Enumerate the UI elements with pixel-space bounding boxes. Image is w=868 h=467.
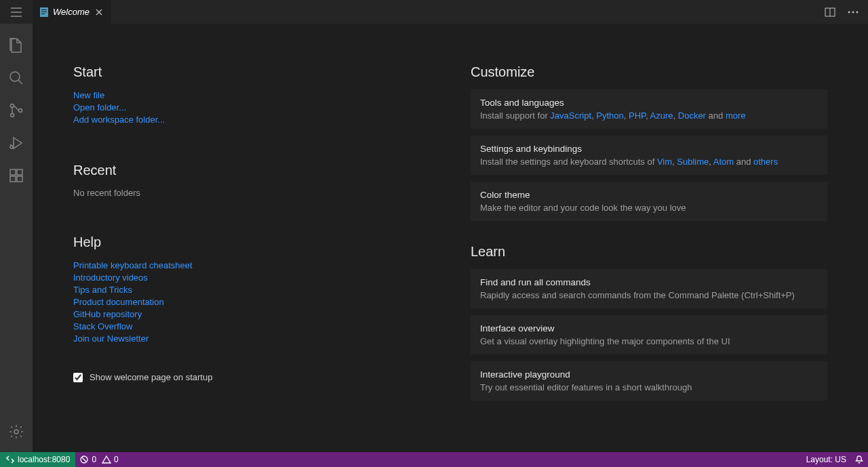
- svg-point-11: [848, 11, 850, 13]
- start-section: Start New file Open folder... Add worksp…: [73, 64, 430, 126]
- warning-count: 0: [114, 455, 119, 464]
- title-actions: [822, 0, 868, 24]
- remote-indicator[interactable]: localhost:8080: [0, 452, 75, 467]
- card-desc: Install support for JavaScript, Python, …: [480, 110, 818, 121]
- lang-azure-link[interactable]: Azure: [650, 110, 673, 121]
- lang-php-link[interactable]: PHP: [629, 110, 646, 121]
- svg-point-14: [10, 72, 20, 81]
- settings-gear-icon[interactable]: [0, 415, 33, 448]
- learn-heading: Learn: [471, 244, 827, 260]
- open-folder-link[interactable]: Open folder...: [73, 102, 430, 114]
- card-title: Interactive playground: [480, 369, 818, 380]
- learn-playground-card[interactable]: Interactive playground Try out essential…: [471, 361, 827, 401]
- help-repo-link[interactable]: GitHub repository: [73, 308, 430, 321]
- desc-prefix: Install the settings and keyboard shortc…: [480, 157, 657, 167]
- layout-label: Layout: US: [806, 455, 846, 464]
- help-tips-link[interactable]: Tips and Tricks: [73, 284, 430, 296]
- customize-keybindings-card[interactable]: Settings and keybindings Install the set…: [471, 136, 827, 175]
- svg-line-15: [18, 80, 22, 84]
- card-desc: Get a visual overlay highlighting the ma…: [480, 336, 818, 346]
- lang-js-link[interactable]: JavaScript: [550, 110, 591, 121]
- activity-bar: [0, 24, 33, 452]
- file-icon: [39, 7, 49, 18]
- recent-heading: Recent: [73, 163, 430, 178]
- lang-docker-link[interactable]: Docker: [678, 110, 706, 121]
- key-sublime-link[interactable]: Sublime: [677, 157, 709, 167]
- svg-rect-23: [17, 176, 22, 182]
- card-title: Settings and keybindings: [480, 144, 818, 154]
- desc-and: and: [706, 110, 726, 121]
- status-bar: localhost:8080 0 0 Layout: US: [0, 452, 868, 467]
- welcome-right-column: Customize Tools and languages Install su…: [471, 64, 827, 407]
- problems-indicator[interactable]: 0 0: [75, 452, 122, 467]
- add-workspace-link[interactable]: Add workspace folder...: [73, 114, 430, 126]
- lang-py-link[interactable]: Python: [596, 110, 623, 121]
- key-atom-link[interactable]: Atom: [713, 157, 734, 167]
- svg-rect-22: [10, 176, 16, 182]
- split-editor-icon[interactable]: [822, 4, 838, 20]
- card-desc: Install the settings and keyboard shortc…: [480, 157, 818, 167]
- show-welcome-checkbox[interactable]: Show welcome page on startup: [73, 372, 430, 382]
- svg-point-20: [10, 146, 13, 148]
- desc-and: and: [734, 157, 753, 167]
- svg-rect-24: [17, 169, 22, 175]
- search-icon[interactable]: [0, 62, 33, 94]
- help-section: Help Printable keyboard cheatsheet Intro…: [73, 235, 430, 345]
- card-desc: Try out essential editor features in a s…: [480, 382, 818, 392]
- desc-prefix: Install support for: [480, 110, 550, 121]
- svg-point-18: [19, 109, 22, 113]
- svg-point-17: [11, 114, 14, 117]
- key-vim-link[interactable]: Vim: [657, 157, 672, 167]
- source-control-icon[interactable]: [0, 94, 33, 127]
- key-others-link[interactable]: others: [753, 157, 778, 167]
- svg-marker-19: [14, 138, 22, 148]
- learn-commands-card[interactable]: Find and run all commands Rapidly access…: [471, 269, 827, 308]
- notifications-icon[interactable]: [850, 452, 868, 467]
- close-icon[interactable]: [94, 7, 104, 18]
- more-icon[interactable]: [845, 8, 861, 16]
- customize-theme-card[interactable]: Color theme Make the editor and your cod…: [471, 182, 827, 221]
- help-cheatsheet-link[interactable]: Printable keyboard cheatsheet: [73, 260, 430, 272]
- card-title: Color theme: [480, 190, 818, 200]
- learn-ui-card[interactable]: Interface overview Get a visual overlay …: [471, 315, 827, 354]
- svg-point-16: [11, 104, 14, 108]
- svg-rect-5: [41, 12, 47, 12]
- recent-empty: No recent folders: [73, 188, 430, 198]
- keyboard-layout[interactable]: Layout: US: [802, 452, 850, 467]
- help-videos-link[interactable]: Introductory videos: [73, 272, 430, 284]
- welcome-left-column: Start New file Open folder... Add worksp…: [73, 64, 430, 407]
- lang-more-link[interactable]: more: [726, 110, 746, 121]
- error-count: 0: [92, 455, 96, 464]
- show-welcome-checkbox-label: Show welcome page on startup: [90, 372, 212, 382]
- help-heading: Help: [73, 235, 430, 250]
- tab-strip: Welcome: [33, 0, 111, 24]
- card-desc: Make the editor and your code look the w…: [480, 203, 818, 213]
- tab-label: Welcome: [53, 7, 90, 17]
- run-debug-icon[interactable]: [0, 127, 33, 159]
- card-desc: Rapidly access and search commands from …: [480, 290, 818, 300]
- help-so-link[interactable]: Stack Overflow: [73, 321, 430, 333]
- extensions-icon[interactable]: [0, 159, 33, 192]
- show-welcome-checkbox-input[interactable]: [73, 373, 83, 382]
- recent-section: Recent No recent folders: [73, 163, 430, 198]
- svg-rect-21: [10, 169, 16, 175]
- svg-point-25: [14, 430, 18, 434]
- start-heading: Start: [73, 64, 430, 80]
- card-title: Tools and languages: [480, 98, 818, 108]
- svg-point-12: [852, 11, 854, 13]
- remote-label: localhost:8080: [18, 455, 70, 464]
- tab-welcome[interactable]: Welcome: [33, 0, 111, 24]
- card-title: Find and run all commands: [480, 277, 818, 287]
- titlebar: Welcome: [0, 0, 868, 24]
- explorer-icon[interactable]: [0, 29, 33, 62]
- svg-rect-4: [41, 9, 47, 10]
- customize-heading: Customize: [471, 64, 827, 80]
- customize-tools-card[interactable]: Tools and languages Install support for …: [471, 89, 827, 129]
- card-title: Interface overview: [480, 323, 818, 333]
- new-file-link[interactable]: New file: [73, 89, 430, 102]
- help-docs-link[interactable]: Product documentation: [73, 296, 430, 308]
- welcome-page: Start New file Open folder... Add worksp…: [33, 24, 868, 452]
- menu-button[interactable]: [0, 0, 33, 24]
- svg-point-13: [856, 11, 859, 13]
- help-newsletter-link[interactable]: Join our Newsletter: [73, 333, 430, 345]
